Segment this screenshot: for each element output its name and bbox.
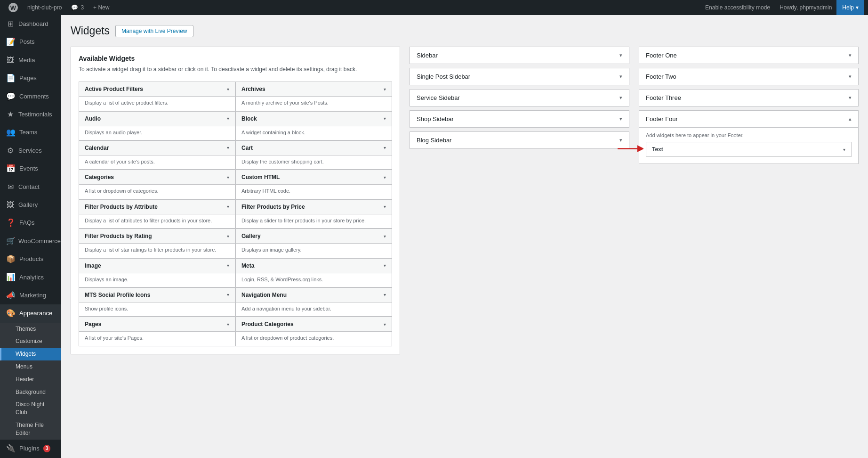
- sidebar-item-pages[interactable]: 📄Pages: [0, 69, 61, 87]
- widget-header: Active Product Filters ▾: [79, 82, 235, 97]
- chevron-down-icon: ▾: [227, 292, 229, 297]
- sidebar-area-header[interactable]: Sidebar ▾: [410, 47, 629, 64]
- menu-icon: 🖼: [6, 200, 15, 210]
- submenu-item-themes[interactable]: Themes: [0, 323, 61, 335]
- sidebar-area: Sidebar ▾: [410, 47, 629, 64]
- live-preview-button[interactable]: Manage with Live Preview: [115, 25, 193, 37]
- sidebar-area-header[interactable]: Blog Sidebar ▾: [410, 132, 629, 148]
- widget-desc: Login, RSS, & WordPress.org links.: [236, 273, 392, 287]
- sidebar-area-title: Service Sidebar: [417, 94, 460, 101]
- menu-label: Services: [18, 147, 42, 155]
- howdy-text: Howdy, phpmyadmin: [775, 4, 836, 11]
- chevron-down-icon: ▾: [227, 234, 229, 239]
- sidebar-area: Footer Four ▴ Add widgets here to appear…: [639, 110, 859, 164]
- widget-item[interactable]: Cart ▾ Display the customer shopping car…: [235, 140, 392, 170]
- widget-item[interactable]: Categories ▾ A list or dropdown of categ…: [79, 170, 235, 199]
- chevron-down-icon: ▾: [227, 322, 229, 327]
- sidebar-area-header[interactable]: Service Sidebar ▾: [410, 90, 629, 106]
- submenu-label: Customize: [16, 337, 42, 345]
- menu-label: Dashboard: [18, 20, 48, 28]
- wp-logo-item[interactable]: W: [4, 0, 23, 15]
- comments-item[interactable]: 💬 3: [66, 0, 88, 15]
- widget-item[interactable]: Audio ▾ Displays an audio player.: [79, 111, 235, 140]
- sidebar-item-contact[interactable]: ✉Contact: [0, 178, 61, 196]
- sidebar-area-header[interactable]: Footer Four ▴: [639, 111, 858, 127]
- widget-item[interactable]: Filter Products by Rating ▾ Display a li…: [79, 229, 235, 258]
- submenu-item-background[interactable]: Background: [0, 386, 61, 399]
- available-widgets-panel: Available Widgets To activate a widget d…: [71, 47, 400, 364]
- widget-item[interactable]: Gallery ▾ Displays an image gallery.: [235, 229, 392, 258]
- menu-icon: 📦: [6, 254, 16, 264]
- sidebar-item-media[interactable]: 🖼Media: [0, 51, 61, 69]
- sidebar-area-header[interactable]: Footer One ▾: [639, 47, 858, 64]
- plugins-label: Plugins: [19, 444, 40, 453]
- sidebar-item-appearance[interactable]: 🎨Appearance: [0, 304, 61, 322]
- widget-item[interactable]: Custom HTML ▾ Arbitrary HTML code.: [235, 170, 392, 199]
- menu-icon: 🎨: [6, 308, 16, 319]
- sidebar-item-testimonials[interactable]: ★Testimonials: [0, 106, 61, 123]
- widget-desc: Display a slider to filter products in y…: [236, 214, 392, 228]
- new-item[interactable]: + New: [88, 0, 114, 15]
- widget-item[interactable]: Product Categories ▾ A list or dropdown …: [235, 317, 392, 346]
- sidebar-item-analytics[interactable]: 📊Analytics: [0, 268, 61, 286]
- widget-header: Categories ▾: [79, 170, 235, 185]
- sidebar-item-faqs[interactable]: ❓FAQs: [0, 214, 61, 232]
- widget-item[interactable]: Pages ▾ A list of your site's Pages.: [79, 317, 235, 346]
- widget-item[interactable]: MTS Social Profile Icons ▾ Show profile …: [79, 287, 235, 317]
- sidebar-area-header[interactable]: Single Post Sidebar ▾: [410, 68, 629, 85]
- widget-header: Pages ▾: [79, 317, 235, 332]
- widget-item[interactable]: Image ▾ Displays an image.: [79, 258, 235, 287]
- new-label: + New: [93, 4, 109, 11]
- sidebar-area-header[interactable]: Shop Sidebar ▾: [410, 111, 629, 127]
- menu-label: Products: [19, 255, 43, 263]
- widget-item[interactable]: Meta ▾ Login, RSS, & WordPress.org links…: [235, 258, 392, 287]
- sidebar-item-teams[interactable]: 👥Teams: [0, 123, 61, 141]
- site-name: night-club-pro: [27, 4, 62, 11]
- widget-item[interactable]: Filter Products by Price ▾ Display a sli…: [235, 199, 392, 229]
- submenu-item-disco-night-club[interactable]: Disco Night Club: [0, 398, 61, 419]
- widget-item[interactable]: Archives ▾ A monthly archive of your sit…: [235, 82, 392, 111]
- chevron-down-icon: ▾: [384, 87, 386, 92]
- sidebar-item-comments[interactable]: 💬Comments: [0, 88, 61, 106]
- widget-in-sidebar: Text ▾: [646, 142, 852, 157]
- sidebar-item-woocommerce[interactable]: 🛒WooCommerce: [0, 232, 61, 250]
- widget-item[interactable]: Filter Products by Attribute ▾ Display a…: [79, 199, 235, 229]
- menu-icon: 📄: [6, 73, 16, 83]
- submenu-item-theme-file-editor[interactable]: Theme File Editor: [0, 419, 61, 440]
- chevron-down-icon: ▾: [849, 74, 852, 80]
- menu-label: Analytics: [19, 273, 44, 282]
- submenu-item-widgets[interactable]: Widgets: [0, 348, 61, 360]
- help-button[interactable]: Help ▾: [836, 0, 864, 15]
- widget-item[interactable]: Calendar ▾ A calendar of your site's pos…: [79, 140, 235, 170]
- widget-item[interactable]: Navigation Menu ▾ Add a navigation menu …: [235, 287, 392, 317]
- text-widget[interactable]: Text ▾: [646, 142, 852, 157]
- sidebar-area-header[interactable]: Footer Three ▾: [639, 90, 858, 106]
- menu-icon: 🖼: [6, 55, 15, 65]
- sidebar-area-header[interactable]: Footer Two ▾: [639, 68, 858, 85]
- sidebar-item-plugins[interactable]: 🔌Plugins 3: [0, 440, 61, 458]
- widget-desc: A calendar of your site's posts.: [79, 155, 235, 169]
- widget-item[interactable]: Block ▾ A widget containing a block.: [235, 111, 392, 140]
- site-name-item[interactable]: night-club-pro: [23, 0, 66, 15]
- sidebar-item-gallery[interactable]: 🖼Gallery: [0, 196, 61, 214]
- chevron-down-icon: ▾: [849, 52, 852, 58]
- sidebar-item-dashboard[interactable]: ⊞Dashboard: [0, 15, 61, 33]
- widget-desc: Displays an image.: [79, 273, 235, 287]
- sidebar-item-services[interactable]: ⚙Services: [0, 142, 61, 160]
- sidebar-item-products[interactable]: 📦Products: [0, 250, 61, 268]
- widget-name: Gallery: [241, 233, 261, 239]
- widget-item[interactable]: Active Product Filters ▾ Display a list …: [79, 82, 235, 111]
- sidebar-item-events[interactable]: 📅Events: [0, 160, 61, 178]
- chevron-down-icon: ▾: [384, 234, 386, 239]
- widget-header: Block ▾: [236, 112, 392, 126]
- wp-logo-icon: W: [8, 3, 18, 12]
- submenu-item-header[interactable]: Header: [0, 373, 61, 386]
- sidebar-area-title: Footer One: [646, 52, 677, 59]
- sidebar-widget-header: Text ▾: [646, 142, 851, 156]
- submenu-item-customize[interactable]: Customize: [0, 335, 61, 348]
- sidebar-item-marketing[interactable]: 📣Marketing: [0, 286, 61, 304]
- enable-accessibility-link[interactable]: Enable accessibility mode: [700, 4, 775, 11]
- sidebar-widget-name: Text: [652, 146, 663, 153]
- sidebar-item-posts[interactable]: 📝Posts: [0, 33, 61, 51]
- submenu-item-menus[interactable]: Menus: [0, 360, 61, 373]
